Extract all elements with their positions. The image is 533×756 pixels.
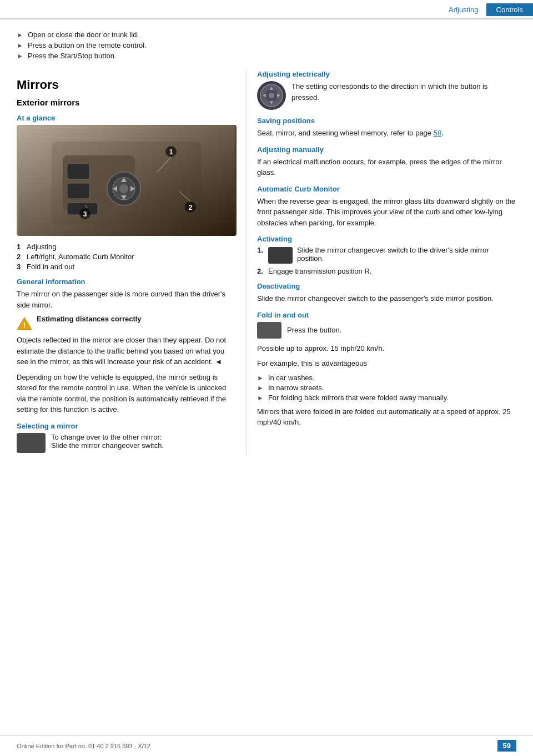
selecting-mirror-action: Slide the mirror changeover switch.: [51, 441, 164, 450]
list-item: 2 Left/right, Automatic Curb Monitor: [17, 253, 237, 261]
fold-para3: Mirrors that were folded in are folded o…: [257, 406, 516, 428]
deactivating-heading: Deactivating: [257, 282, 516, 290]
deactivating-para: Slide the mirror changeover switch to th…: [257, 293, 516, 304]
step-1: 1. Slide the mirror changeover switch to…: [257, 246, 516, 264]
page-footer: Online Edition for Part no. 01 40 2 916 …: [0, 735, 533, 756]
step-number: 1.: [257, 246, 268, 254]
svg-point-5: [119, 184, 128, 193]
at-glance-heading: At a glance: [17, 114, 237, 122]
warning-title: Estimating distances correctly: [37, 315, 142, 323]
fold-action-text: Press the button.: [287, 326, 341, 334]
svg-text:3: 3: [83, 210, 87, 218]
bullet-arrow-icon: ►: [17, 31, 23, 39]
adjusting-manually-para: If an electrical malfunction occurs, for…: [257, 157, 516, 178]
left-column: Mirrors Exterior mirrors At a glance: [17, 70, 247, 456]
selecting-mirror-heading: Selecting a mirror: [17, 422, 237, 430]
page-header: Adjusting Controls: [0, 0, 533, 19]
selecting-mirror-instruction: To change over to the other mirror:: [51, 433, 162, 441]
item-number: 1: [17, 243, 27, 251]
adjusting-electrically-para: The setting corresponds to the direction…: [291, 81, 516, 103]
fold-para2: For example, this is advantageous: [257, 358, 516, 369]
bullet-text: Press the Start/Stop button.: [28, 52, 117, 60]
bullet-text: Open or close the door or trunk lid.: [28, 31, 139, 39]
warning-body-text: Objects reflected in the mirror are clos…: [17, 336, 226, 366]
adjusting-electrically-heading: Adjusting electrically: [257, 70, 516, 78]
fold-action-row: Press the button.: [257, 322, 516, 339]
svg-text:2: 2: [189, 204, 193, 211]
bullet-item: ► Press the Start/Stop button.: [17, 52, 516, 60]
top-bullets-section: ► Open or close the door or trunk lid. ►…: [0, 25, 533, 70]
bullet-arrow-icon: ►: [257, 374, 264, 382]
warning-content: Estimating distances correctly: [37, 315, 142, 323]
item-text: Left/right, Automatic Curb Monitor: [27, 253, 134, 261]
saving-positions-para: Seat, mirror, and steering wheel memory,…: [257, 128, 516, 139]
auto-curb-para: When the reverse gear is engaged, the mi…: [257, 196, 516, 229]
bullet-arrow-icon: ►: [257, 394, 264, 402]
bullet-item: ► Press a button on the remote control.: [17, 41, 516, 49]
bullet-text: Press a button on the remote control.: [28, 41, 147, 49]
item-number: 3: [17, 263, 27, 271]
warning-box: ! Estimating distances correctly: [17, 315, 237, 331]
footer-edition-text: Online Edition for Part no. 01 40 2 916 …: [17, 743, 150, 749]
exterior-mirrors-subtitle: Exterior mirrors: [17, 98, 237, 107]
bullet-item: ► Open or close the door or trunk lid.: [17, 31, 516, 39]
page-ref-link[interactable]: 58: [434, 129, 441, 137]
general-info-para: The mirror on the passenger side is more…: [17, 289, 237, 310]
svg-point-26: [269, 93, 274, 98]
bullet-item: ► In narrow streets.: [257, 384, 516, 392]
warning-icon: !: [17, 316, 32, 331]
bullet-arrow-icon: ►: [17, 52, 23, 60]
right-column: Adjusting electrically The setting corre…: [247, 70, 516, 456]
adjusting-electrically-row: The setting corresponds to the direction…: [257, 81, 516, 110]
svg-text:!: !: [23, 320, 26, 330]
mirror-diagram-svg: 1 2 3: [18, 125, 235, 236]
item-text: Adjusting: [27, 243, 56, 251]
list-item: 1 Adjusting: [17, 243, 237, 251]
equip-para: Depending on how the vehicle is equipped…: [17, 372, 237, 415]
svg-text:1: 1: [169, 148, 173, 156]
step-content: Slide the mirror changeover switch to th…: [268, 246, 516, 264]
footer-page-num: 59: [497, 740, 516, 752]
warning-end-mark: ◄: [215, 357, 222, 366]
mirror-image: 1 2 3: [17, 125, 237, 236]
bullet-text: For folding back mirrors that were folde…: [268, 394, 449, 402]
main-content: Mirrors Exterior mirrors At a glance: [0, 70, 533, 456]
saving-positions-heading: Saving positions: [257, 117, 516, 125]
item-text: Fold in and out: [27, 263, 74, 271]
bullet-text: In narrow streets.: [268, 384, 324, 392]
step-text: Engage transmission position R.: [268, 267, 371, 275]
step-2: 2. Engage transmission position R.: [257, 267, 516, 275]
fold-para1: Possible up to approx. 15 mph/20 km/h.: [257, 343, 516, 354]
svg-rect-10: [67, 164, 89, 179]
step-text: Slide the mirror changeover switch to th…: [297, 246, 516, 263]
mirrors-title: Mirrors: [17, 78, 237, 92]
svg-rect-11: [67, 183, 89, 199]
fold-button-image: [257, 322, 281, 339]
bullet-item: ► In car washes.: [257, 374, 516, 382]
fold-heading: Fold in and out: [257, 311, 516, 319]
step-number: 2.: [257, 267, 268, 275]
bullet-arrow-icon: ►: [17, 42, 23, 49]
activating-heading: Activating: [257, 235, 516, 243]
general-info-heading: General information: [17, 278, 237, 286]
mirror-switch-image: [17, 433, 46, 453]
fold-bullets: ► In car washes. ► In narrow streets. ► …: [257, 374, 516, 402]
warning-body-para: Objects reflected in the mirror are clos…: [17, 335, 237, 367]
selecting-mirror-row: To change over to the other mirror: Slid…: [17, 433, 237, 453]
bullet-arrow-icon: ►: [257, 384, 264, 392]
switch-button-image: [268, 247, 293, 264]
header-adjusting: Adjusting: [441, 3, 486, 16]
selecting-mirror-text: To change over to the other mirror: Slid…: [51, 433, 164, 450]
adjusting-manually-heading: Adjusting manually: [257, 145, 516, 154]
item-number: 2: [17, 253, 27, 261]
bullet-item: ► For folding back mirrors that were fol…: [257, 394, 516, 402]
bullet-text: In car washes.: [268, 374, 315, 382]
list-item: 3 Fold in and out: [17, 263, 237, 271]
numbered-list: 1 Adjusting 2 Left/right, Automatic Curb…: [17, 243, 237, 271]
header-controls: Controls: [486, 3, 533, 16]
joystick-image: [257, 81, 286, 110]
auto-curb-heading: Automatic Curb Monitor: [257, 185, 516, 193]
